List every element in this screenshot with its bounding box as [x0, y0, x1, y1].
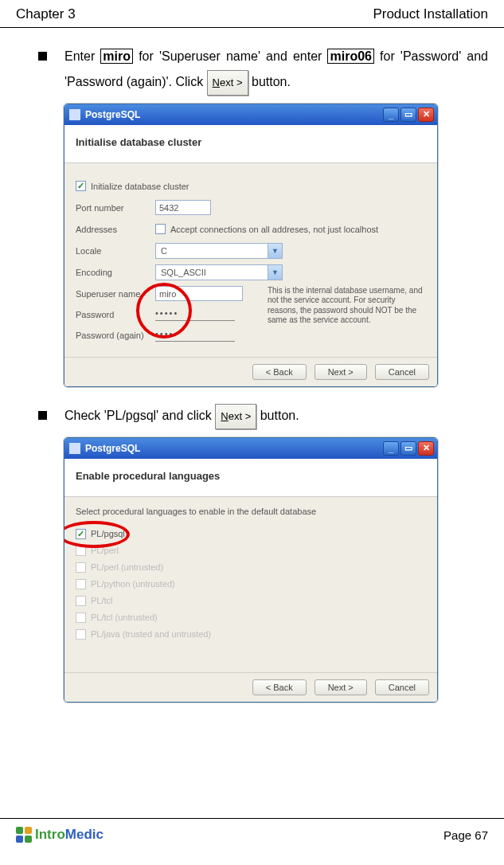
instruction-2: Check 'PL/pgsql' and click Next > button… — [32, 403, 488, 429]
postgresql-languages-window: PostgreSQL _ ▭ ✕ Enable procedural langu… — [64, 437, 438, 703]
app-icon — [69, 443, 80, 454]
close-button[interactable]: ✕ — [418, 108, 434, 122]
lang-label: PL/java (trusted and untrusted) — [91, 629, 211, 639]
maximize-button[interactable]: ▭ — [400, 441, 416, 456]
window-body: ✓ Initialize database cluster Port numbe… — [64, 163, 437, 357]
plpgsql-checkbox[interactable]: ✓ — [76, 529, 86, 539]
titlebar: PostgreSQL _ ▭ ✕ — [64, 104, 437, 125]
encoding-combo[interactable]: SQL_ASCII ▼ — [155, 264, 283, 280]
intromedic-logo: IntroMedic — [16, 827, 104, 843]
addresses-label: Addresses — [76, 225, 155, 234]
locale-value: C — [161, 246, 167, 256]
addresses-checkbox[interactable] — [155, 224, 166, 234]
lang-label: PL/perl (untrusted) — [91, 562, 163, 572]
window-heading: Enable procedural languages — [64, 459, 437, 497]
checkbox-disabled — [76, 546, 86, 556]
postgresql-init-window: PostgreSQL _ ▭ ✕ Initialise database clu… — [64, 104, 438, 387]
minimize-button[interactable]: _ — [383, 108, 399, 122]
instruction-1: Enter miro for 'Superuser name' and ente… — [32, 44, 488, 96]
lang-pltcl-untrusted: PL/tcl (untrusted) — [76, 609, 426, 626]
password-input[interactable]: ••••• — [155, 308, 235, 321]
cancel-button[interactable]: Cancel — [375, 364, 429, 380]
encoding-value: SQL_ASCII — [161, 268, 206, 277]
locale-combo[interactable]: C ▼ — [155, 243, 283, 259]
superuser-label: Superuser name — [76, 289, 155, 299]
chevron-down-icon: ▼ — [268, 244, 282, 258]
checkbox-disabled — [76, 613, 86, 623]
logo-mark-icon — [16, 827, 32, 843]
next-button[interactable]: Next > — [315, 679, 367, 695]
text: button. — [256, 409, 299, 422]
checkbox-disabled — [76, 579, 86, 589]
brand-part-2: Medic — [65, 827, 104, 843]
port-input[interactable]: 5432 — [155, 200, 211, 215]
lang-label: PL/tcl — [91, 596, 113, 605]
next-button-inline: Next > — [207, 70, 248, 96]
password-again-input[interactable]: ••••• — [155, 329, 235, 342]
security-note: This is the internal database username, … — [268, 286, 426, 326]
titlebar: PostgreSQL _ ▭ ✕ — [64, 438, 437, 459]
text: for 'Superuser name' and enter — [133, 49, 327, 63]
chevron-down-icon: ▼ — [268, 265, 282, 280]
maximize-button[interactable]: ▭ — [400, 108, 416, 122]
page-content: Enter miro for 'Superuser name' and ente… — [0, 28, 504, 703]
lang-pljava: PL/java (trusted and untrusted) — [76, 626, 426, 643]
bullet-icon — [38, 411, 47, 420]
checkbox-disabled — [76, 562, 86, 573]
intro-text: Select procedural languages to enable in… — [76, 507, 426, 516]
bullet-icon — [38, 52, 47, 61]
instruction-2-text: Check 'PL/pgsql' and click Next > button… — [64, 403, 488, 429]
lang-label: PL/pgsql — [91, 529, 125, 538]
window-title: PostgreSQL — [85, 109, 140, 120]
password-again-label: Password (again) — [76, 331, 155, 340]
lang-plpgsql[interactable]: ✓ PL/pgsql — [76, 526, 426, 542]
checkbox-disabled — [76, 629, 86, 640]
password-label: Password — [76, 310, 155, 319]
back-button[interactable]: < Back — [252, 364, 307, 380]
section-label: Product Installation — [373, 6, 488, 22]
text: Enter — [64, 49, 100, 63]
minimize-button[interactable]: _ — [383, 441, 399, 456]
lang-label: PL/python (untrusted) — [91, 579, 175, 589]
cancel-button[interactable]: Cancel — [375, 679, 429, 695]
checkbox-disabled — [76, 596, 86, 606]
port-label: Port number — [76, 203, 155, 213]
lang-label: PL/perl — [91, 546, 119, 555]
window-title: PostgreSQL — [85, 443, 140, 454]
encoding-label: Encoding — [76, 268, 155, 277]
boxed-value-miro: miro — [100, 49, 133, 64]
brand-part-1: Intro — [35, 827, 65, 843]
window-body: Select procedural languages to enable in… — [64, 497, 437, 672]
lang-plperl-untrusted: PL/perl (untrusted) — [76, 559, 426, 576]
addresses-cb-label: Accept connections on all addreses, not … — [170, 225, 378, 234]
lang-plperl: PL/perl — [76, 542, 426, 559]
app-icon — [69, 109, 80, 120]
page-number: Page 67 — [443, 828, 488, 842]
lang-label: PL/tcl (untrusted) — [91, 613, 158, 622]
superuser-input[interactable]: miro — [155, 286, 243, 301]
window-heading: Initialise database cluster — [64, 125, 437, 163]
button-row: < Back Next > Cancel — [64, 357, 437, 386]
lang-pltcl: PL/tcl — [76, 593, 426, 609]
chapter-label: Chapter 3 — [16, 6, 76, 22]
button-row: < Back Next > Cancel — [64, 672, 437, 702]
boxed-value-miro06: miro06 — [327, 49, 373, 64]
init-cluster-label: Initialize database cluster — [91, 182, 189, 191]
lang-plpython-untrusted: PL/python (untrusted) — [76, 576, 426, 593]
page-footer: IntroMedic Page 67 — [0, 818, 504, 843]
page-header: Chapter 3 Product Installation — [0, 0, 504, 28]
instruction-1-text: Enter miro for 'Superuser name' and ente… — [64, 44, 488, 96]
text: Check 'PL/pgsql' and click — [64, 409, 215, 422]
close-button[interactable]: ✕ — [418, 441, 434, 456]
back-button[interactable]: < Back — [252, 679, 307, 695]
init-cluster-checkbox[interactable]: ✓ — [76, 181, 86, 191]
text: button. — [248, 75, 291, 88]
next-button-inline: Next > — [215, 404, 256, 429]
locale-label: Locale — [76, 246, 155, 256]
next-button[interactable]: Next > — [315, 364, 367, 380]
